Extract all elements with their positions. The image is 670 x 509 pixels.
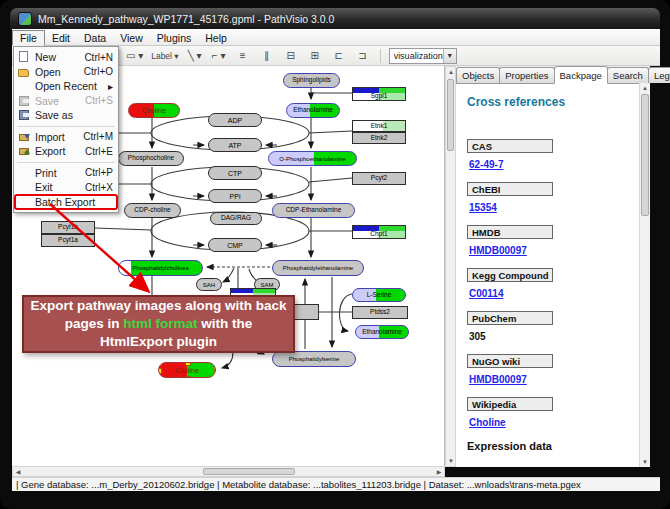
line-tool[interactable]: ╲ ▾ <box>184 47 206 65</box>
chevron-down-icon: ▼ <box>443 49 456 63</box>
file-menu-item-print[interactable]: PrintCtrl+P <box>15 166 117 181</box>
node-l-serine[interactable]: L-Serine <box>352 288 406 302</box>
scroll-up-icon: ▲ <box>640 83 650 93</box>
xref-title: NuGO wiki <box>467 354 553 368</box>
menu-view[interactable]: View <box>113 31 150 45</box>
app-icon <box>18 12 32 26</box>
menu-edit[interactable]: Edit <box>45 31 77 45</box>
tab-search[interactable]: Search <box>607 67 649 83</box>
file-menu-item-exit[interactable]: ExitCtrl+X <box>15 180 117 195</box>
window-title: Mm_Kennedy_pathway_WP1771_45176.gpml - P… <box>38 13 334 25</box>
menu-separator <box>17 126 115 127</box>
file-menu-item-batch-export[interactable]: Batch Export <box>15 195 117 210</box>
side-panel: ObjectsPropertiesBackpageSearchLegend Cr… <box>456 66 650 467</box>
node-phosphatidylcholines[interactable]: Phosphatidylcholines <box>118 260 203 276</box>
menu-help[interactable]: Help <box>198 31 234 45</box>
node-dag[interactable]: DAG/RAG <box>210 212 262 225</box>
connector-tool[interactable]: ⌐ ▾ <box>208 47 230 65</box>
node-cdp-ethanolamine[interactable]: CDP-Ethanolamine <box>272 203 355 218</box>
node-phosphatidylethanolamine[interactable]: Phosphatidylethanolamine <box>272 260 364 276</box>
backpage-panel: Cross references CAS62-49-7ChEBI15354HMD… <box>456 83 640 467</box>
side-panel-tabs: ObjectsPropertiesBackpageSearchLegend <box>456 66 650 84</box>
xref-link[interactable]: C00114 <box>469 288 640 299</box>
node-sgpl1[interactable]: Sgpl1 <box>352 87 406 101</box>
label-tool[interactable]: Label ▾ <box>148 47 181 65</box>
file-menu-item-open[interactable]: OpenCtrl+O <box>15 65 117 80</box>
node-etnk1[interactable]: Etnk1 <box>352 120 406 132</box>
canvas-horizontal-scrollbar[interactable]: ◀ ▶ <box>12 466 445 477</box>
tab-backpage[interactable]: Backpage <box>554 66 608 84</box>
xref-title: CAS <box>467 139 553 153</box>
panel-vertical-scrollbar[interactable]: ▲ ▼ <box>639 83 650 467</box>
node-choline-bottom[interactable]: Choline <box>158 362 216 378</box>
distribute-vertical-button[interactable]: ⊞ <box>304 47 326 65</box>
node-pcyt2[interactable]: Pcyt2 <box>352 172 406 185</box>
scroll-down-icon: ▼ <box>446 456 456 466</box>
xref-link[interactable]: HMDB00097 <box>469 374 640 385</box>
node-ptdss2[interactable]: Ptdss2 <box>352 306 408 319</box>
common-height-button[interactable]: ⊐ <box>352 47 374 65</box>
menu-plugins[interactable]: Plugins <box>150 31 198 45</box>
node-pcyt1a[interactable]: Pcyt1a <box>41 234 95 247</box>
xref-title: HMDB <box>467 225 553 239</box>
xref-section: Kegg CompoundC00114 <box>467 268 640 299</box>
tab-properties[interactable]: Properties <box>499 67 554 83</box>
annotation-callout: Export pathway images along with back pa… <box>22 295 295 353</box>
node-phosphatidylserine[interactable]: Phosphatidylserine <box>272 351 356 367</box>
node-sah[interactable]: SAH <box>196 278 222 291</box>
node-adp[interactable]: ADP <box>208 113 262 127</box>
node-phosphocholine[interactable]: Phosphocholine <box>118 151 184 166</box>
title-bar[interactable]: Mm_Kennedy_pathway_WP1771_45176.gpml - P… <box>10 8 660 29</box>
xref-link[interactable]: 15354 <box>469 202 640 213</box>
disk-icon <box>19 96 29 106</box>
node-cdp-choline[interactable]: CDP-choline <box>124 203 181 218</box>
node-ethanolamine-top[interactable]: Ethanolamine <box>286 103 340 118</box>
node-o-phosphoethanolamine[interactable]: O-Phosphoethanolamine <box>268 151 357 166</box>
xref-section: NuGO wikiHMDB00097 <box>467 354 640 385</box>
node-chpt1[interactable]: Chpt1 <box>352 225 406 239</box>
xref-value: 305 <box>469 331 640 342</box>
node-ppi[interactable]: PPi <box>208 189 262 203</box>
file-menu-item-save[interactable]: SaveCtrl+S <box>15 94 117 109</box>
xref-link[interactable]: 62-49-7 <box>469 159 640 170</box>
file-menu-item-open-recent[interactable]: Open Recent▸ <box>15 79 117 94</box>
file-menu-item-new[interactable]: NewCtrl+N <box>15 50 117 65</box>
scroll-up-icon: ▲ <box>446 67 456 77</box>
xref-section: WikipediaCholine <box>467 397 640 428</box>
node-cmp[interactable]: CMP <box>208 238 262 252</box>
align-center-x-button[interactable]: ≡ <box>232 47 254 65</box>
xref-link[interactable]: Choline <box>469 417 640 428</box>
node-ethanolamine-bottom[interactable]: Ethanolamine <box>355 325 409 339</box>
distribute-horizontal-button[interactable]: ⊟ <box>280 47 302 65</box>
node-choline-top[interactable]: Choline <box>128 103 180 118</box>
visualization-combobox[interactable]: visualization▼ <box>389 48 457 64</box>
align-center-y-button[interactable]: ∥ <box>256 47 278 65</box>
menu-separator <box>17 162 115 163</box>
tab-objects[interactable]: Objects <box>456 67 500 83</box>
selection-handle[interactable] <box>185 376 191 378</box>
node-pcyt1b[interactable]: Pcyt1b <box>41 221 95 234</box>
selection-handle[interactable] <box>185 362 191 366</box>
node-etnk2[interactable]: Etnk2 <box>352 132 406 144</box>
folder-icon <box>18 69 29 77</box>
expression-data-heading: Expression data <box>467 440 640 452</box>
xref-title: Kegg Compound <box>467 268 553 282</box>
file-menu-item-import[interactable]: ImportCtrl+M <box>15 130 117 145</box>
disk-icon <box>19 110 29 120</box>
node-atp[interactable]: ATP <box>208 138 262 152</box>
cross-references-heading: Cross references <box>467 95 640 109</box>
status-text: | Gene database: ...m_Derby_20120602.bri… <box>16 479 581 490</box>
tab-legend[interactable]: Legend <box>648 67 670 83</box>
menu-data[interactable]: Data <box>77 31 113 45</box>
datanode-tool[interactable]: ▭ ▾ <box>123 47 146 65</box>
xref-section: PubChem305 <box>467 311 640 342</box>
xref-link[interactable]: HMDB00097 <box>469 245 640 256</box>
node-ctp[interactable]: CTP <box>208 166 262 180</box>
selection-handle[interactable] <box>158 368 162 374</box>
file-menu-item-export[interactable]: ExportCtrl+E <box>15 144 117 159</box>
file-menu-item-save-as[interactable]: Save as <box>15 108 117 123</box>
common-width-button[interactable]: ⊏ <box>328 47 350 65</box>
menu-file[interactable]: File <box>12 30 45 46</box>
node-sphingolipids[interactable]: Sphingolipids <box>283 73 340 88</box>
canvas-vertical-scrollbar[interactable]: ▲ ▼ <box>445 66 456 467</box>
